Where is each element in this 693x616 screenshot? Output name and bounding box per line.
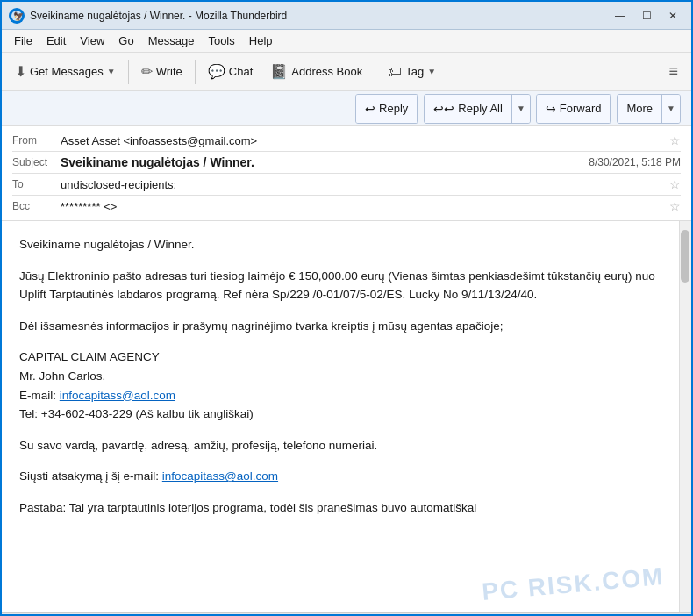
tag-label: Tag: [405, 65, 424, 78]
subject-row: Subject Sveikiname nugalėtojas / Winner.…: [12, 154, 681, 171]
from-label: From: [12, 134, 61, 147]
email-contact-label: E-mail:: [19, 389, 60, 402]
send-email-link[interactable]: infocapitass@aol.com: [162, 469, 278, 483]
email-greeting: Sveikiname nugalėtojas / Winner.: [19, 235, 670, 254]
app-icon: 🦅: [9, 8, 25, 24]
tag-dropdown-icon: ▼: [427, 67, 436, 76]
minimize-button[interactable]: —: [609, 6, 632, 25]
chat-button[interactable]: 💬 Chat: [200, 57, 261, 87]
main-toolbar: ⬇ Get Messages ▼ ✏ Write 💬 Chat 📓 Addres…: [2, 53, 691, 91]
window-controls: — ☐ ✕: [609, 6, 684, 25]
scrollbar-thumb[interactable]: [681, 230, 689, 283]
subject-value: Sveikiname nugalėtojas / Winner.: [61, 155, 589, 169]
get-messages-button[interactable]: ⬇ Get Messages ▼: [7, 57, 124, 87]
from-star-icon[interactable]: ☆: [669, 133, 681, 147]
reply-all-button[interactable]: ↩↩ Reply All: [425, 95, 512, 123]
reply-icon: ↩: [365, 102, 375, 116]
email-header: From Asset Asset <infoassests@gmail.com>…: [2, 126, 691, 221]
email-contact-row: E-mail: infocapitass@aol.com: [19, 386, 670, 405]
to-star-icon[interactable]: ☆: [669, 177, 681, 191]
window-title: Sveikiname nugalėtojas / Winner. - Mozil…: [30, 10, 609, 22]
chat-label: Chat: [229, 65, 253, 78]
forward-button[interactable]: ↪ Forward: [537, 95, 611, 123]
reply-all-split-button: ↩↩ Reply All ▼: [424, 94, 530, 124]
bcc-star-icon[interactable]: ☆: [669, 199, 681, 213]
bcc-row: Bcc ********* <> ☆: [12, 197, 681, 215]
maximize-button[interactable]: ☐: [635, 6, 658, 25]
write-icon: ✏: [141, 63, 153, 80]
menu-message[interactable]: Message: [141, 32, 202, 49]
menubar: File Edit View Go Message Tools Help: [2, 30, 691, 53]
write-label: Write: [156, 65, 182, 78]
toolbar-sep-3: [375, 60, 375, 84]
chat-icon: 💬: [208, 63, 225, 80]
tel-row: Tel: +34-602-403-229 (Aš kalbu tik angli…: [19, 405, 670, 424]
scrollbar-track[interactable]: [679, 221, 691, 612]
close-button[interactable]: ✕: [661, 6, 684, 25]
to-value: undisclosed-recipients;: [61, 178, 664, 191]
header-divider-2: [12, 173, 681, 174]
email-date: 8/30/2021, 5:18 PM: [589, 156, 681, 168]
menu-view[interactable]: View: [73, 32, 111, 49]
from-row: From Asset Asset <infoassests@gmail.com>…: [12, 132, 681, 149]
menu-go[interactable]: Go: [111, 32, 140, 49]
more-label: More: [626, 102, 653, 115]
address-book-label: Address Book: [291, 65, 362, 78]
watermark: PC RISK.COM: [481, 562, 666, 606]
email-send-row: Siųsti atsakymą į šį e-mail: infocapitas…: [19, 467, 670, 486]
from-value: Asset Asset <infoassests@gmail.com>: [61, 134, 664, 147]
menu-help[interactable]: Help: [242, 32, 280, 49]
subject-label: Subject: [12, 156, 61, 168]
toolbar-sep-2: [195, 60, 196, 84]
send-label: Siųsti atsakymą į šį e-mail:: [19, 469, 162, 483]
reply-all-dropdown[interactable]: ▼: [512, 95, 530, 123]
email-paragraph2: Dėl išsamesnės informacijos ir prašymų n…: [19, 317, 670, 336]
reply-all-label: Reply All: [458, 102, 503, 115]
email-contact-link[interactable]: infocapitass@aol.com: [60, 389, 175, 402]
agency-name: CAPITAL CLAIM AGENCY: [19, 347, 670, 367]
write-button[interactable]: ✏ Write: [133, 57, 190, 87]
forward-icon: ↪: [546, 102, 556, 116]
menu-edit[interactable]: Edit: [39, 32, 73, 49]
more-split-button: More ▼: [617, 94, 681, 124]
tag-icon: 🏷: [388, 64, 402, 80]
get-messages-label: Get Messages: [30, 65, 104, 78]
email-body: Sveikiname nugalėtojas / Winner. Jūsų El…: [19, 235, 670, 518]
action-toolbar: ↩ Reply ↩↩ Reply All ▼ ↪ Forward More ▼: [2, 91, 691, 126]
menu-file[interactable]: File: [7, 32, 39, 49]
email-body-scroll[interactable]: Sveikiname nugalėtojas / Winner. Jūsų El…: [2, 221, 691, 612]
more-dropdown[interactable]: ▼: [662, 95, 680, 123]
agency-block: CAPITAL CLAIM AGENCY Mr. John Carlos. E-…: [19, 347, 670, 423]
forward-split-button: ↪ Forward: [536, 94, 612, 124]
header-divider-1: [12, 151, 681, 152]
to-row: To undisclosed-recipients; ☆: [12, 175, 681, 193]
reply-all-icon: ↩↩: [433, 102, 454, 116]
toolbar-sep-1: [128, 60, 129, 84]
reply-split-button: ↩ Reply: [355, 94, 418, 124]
get-messages-icon: ⬇: [15, 63, 26, 80]
agent-name: Mr. John Carlos.: [19, 367, 670, 386]
bcc-value: ********* <>: [61, 200, 664, 213]
email-body-area: Sveikiname nugalėtojas / Winner. Jūsų El…: [2, 221, 691, 612]
header-divider-3: [12, 195, 681, 196]
reply-label: Reply: [379, 102, 408, 115]
address-book-button[interactable]: 📓 Address Book: [262, 57, 370, 87]
email-paragraph3: Su savo vardą, pavardę, adresą, amžių, p…: [19, 436, 670, 455]
email-paragraph1: Jūsų Elektroninio pašto adresas turi tie…: [19, 267, 670, 304]
address-book-icon: 📓: [270, 63, 288, 80]
statusbar: !: [2, 612, 691, 616]
bcc-label: Bcc: [12, 200, 61, 212]
titlebar: 🦅 Sveikiname nugalėtojas / Winner. - Moz…: [2, 2, 691, 30]
to-label: To: [12, 178, 61, 190]
forward-label: Forward: [560, 102, 602, 115]
more-button[interactable]: More: [618, 95, 662, 123]
tag-button[interactable]: 🏷 Tag ▼: [380, 57, 444, 87]
reply-button[interactable]: ↩ Reply: [356, 95, 418, 123]
hamburger-menu-button[interactable]: ≡: [661, 57, 686, 87]
email-paragraph4: Pastaba: Tai yra tarptautinis loterijos …: [19, 498, 670, 518]
get-messages-dropdown-icon: ▼: [107, 67, 116, 76]
svg-text:🦅: 🦅: [13, 11, 23, 22]
menu-tools[interactable]: Tools: [201, 32, 241, 49]
